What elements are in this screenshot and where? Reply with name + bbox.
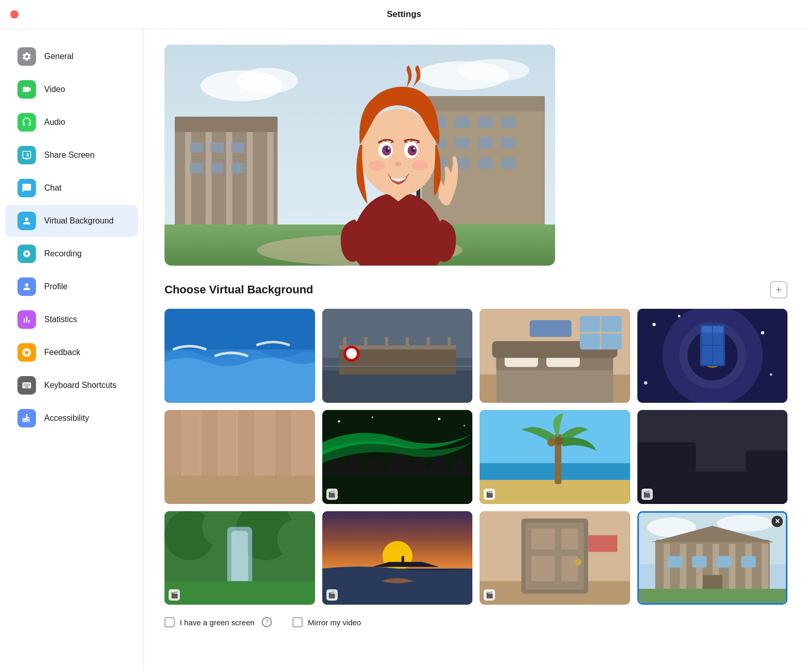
svg-point-52 <box>395 162 401 166</box>
background-thumb-beige[interactable] <box>164 410 315 504</box>
svg-rect-66 <box>427 337 430 349</box>
sidebar-item-audio[interactable]: Audio <box>5 106 138 138</box>
svg-rect-62 <box>343 337 346 349</box>
svg-rect-13 <box>247 132 253 230</box>
statistics-icon <box>17 310 36 329</box>
svg-rect-101 <box>183 410 200 476</box>
background-thumb-bedroom[interactable] <box>480 309 630 403</box>
sidebar-label-chat: Chat <box>44 183 62 193</box>
sidebar-item-general[interactable]: General <box>5 41 138 72</box>
svg-point-2 <box>26 414 27 416</box>
svg-rect-29 <box>478 137 492 148</box>
sidebar-label-statistics: Statistics <box>44 315 77 324</box>
svg-rect-20 <box>231 163 244 173</box>
section-header: Choose Virtual Background <box>164 281 787 298</box>
green-screen-option[interactable]: I have a green screen ? <box>164 617 272 627</box>
add-background-button[interactable] <box>770 281 787 298</box>
sidebar-item-feedback[interactable]: Feedback <box>5 337 138 368</box>
svg-point-119 <box>547 438 556 446</box>
svg-rect-14 <box>267 132 273 230</box>
svg-rect-18 <box>190 163 203 173</box>
green-screen-checkbox[interactable] <box>164 617 175 627</box>
background-thumb-aurora[interactable]: 🎬 <box>322 410 473 504</box>
svg-point-89 <box>644 381 648 385</box>
avatar-svg <box>321 50 475 266</box>
section-title: Choose Virtual Background <box>164 283 313 296</box>
sidebar-label-video: Video <box>44 85 65 94</box>
profile-icon <box>17 277 36 296</box>
background-thumb-dark-room[interactable]: 🎬 <box>637 410 788 504</box>
audio-icon <box>17 113 36 132</box>
sidebar-label-recording: Recording <box>44 249 82 258</box>
svg-rect-134 <box>164 581 315 605</box>
background-thumb-waterfall[interactable]: 🎬 <box>164 511 315 605</box>
sidebar-item-share-screen[interactable]: Share Screen <box>5 139 138 171</box>
video-badge-door: 🎬 <box>484 589 495 601</box>
background-thumb-campus[interactable]: ✕ <box>637 511 788 605</box>
svg-rect-105 <box>256 410 273 476</box>
sidebar-label-keyboard-shortcuts: Keyboard Shortcuts <box>44 381 117 390</box>
svg-rect-25 <box>478 117 492 128</box>
main-layout: General Video Audio <box>0 29 808 670</box>
green-screen-label: I have a green screen <box>180 618 254 627</box>
svg-rect-9 <box>175 117 278 132</box>
svg-point-153 <box>717 515 774 531</box>
avatar-overlay <box>321 50 475 266</box>
sidebar-item-virtual-background[interactable]: Virtual Background <box>5 205 138 237</box>
sidebar-label-share-screen: Share Screen <box>44 151 95 160</box>
help-icon[interactable]: ? <box>262 617 272 627</box>
main-content: Choose Virtual Background <box>144 29 808 670</box>
svg-rect-99 <box>164 476 315 504</box>
svg-rect-30 <box>501 137 516 148</box>
svg-rect-167 <box>639 589 786 604</box>
mirror-video-checkbox[interactable] <box>292 617 303 627</box>
background-thumb-tropical[interactable]: 🎬 <box>480 410 630 504</box>
svg-point-110 <box>338 420 340 423</box>
close-button[interactable] <box>10 10 19 18</box>
svg-rect-162 <box>667 556 682 567</box>
svg-rect-106 <box>275 410 292 476</box>
selected-x-button[interactable]: ✕ <box>772 516 783 527</box>
sidebar-item-keyboard-shortcuts[interactable]: Keyboard Shortcuts <box>5 369 138 401</box>
share-screen-icon <box>17 146 36 164</box>
virtual-background-icon <box>17 212 36 230</box>
svg-rect-159 <box>729 544 736 593</box>
video-badge-sunset: 🎬 <box>326 589 338 601</box>
sidebar-item-video[interactable]: Video <box>5 73 138 105</box>
mirror-video-option[interactable]: Mirror my video <box>292 617 361 627</box>
background-thumb-pier[interactable] <box>322 309 473 403</box>
svg-point-85 <box>652 323 656 326</box>
svg-rect-155 <box>663 544 670 593</box>
background-thumb-tardis[interactable] <box>637 309 788 403</box>
svg-rect-16 <box>211 142 224 153</box>
title-bar: Settings <box>0 0 808 29</box>
sidebar-item-accessibility[interactable]: Accessibility <box>5 402 138 434</box>
sidebar-item-chat[interactable]: Chat <box>5 172 138 204</box>
feedback-icon <box>17 343 36 362</box>
sidebar-label-profile: Profile <box>44 282 67 291</box>
svg-point-86 <box>677 315 680 318</box>
thumbnails-row-2: 🎬 <box>164 410 787 504</box>
sidebar-item-recording[interactable]: Recording <box>5 238 138 270</box>
svg-rect-102 <box>201 410 218 476</box>
svg-point-87 <box>761 331 764 334</box>
svg-rect-145 <box>561 528 578 549</box>
svg-point-68 <box>344 347 358 360</box>
sidebar-item-profile[interactable]: Profile <box>5 271 138 303</box>
svg-rect-33 <box>478 158 492 169</box>
background-thumb-door[interactable]: 🎬 <box>480 511 630 605</box>
svg-rect-163 <box>692 556 707 567</box>
sidebar-label-virtual-background: Virtual Background <box>44 216 114 226</box>
background-thumb-sunset[interactable]: 🎬 <box>322 511 473 605</box>
svg-rect-156 <box>680 544 686 593</box>
svg-point-5 <box>236 68 298 94</box>
chat-icon <box>17 179 36 197</box>
background-thumb-ocean[interactable] <box>164 309 315 403</box>
video-badge-aurora: 🎬 <box>326 489 338 500</box>
sidebar-item-statistics[interactable]: Statistics <box>5 304 138 335</box>
svg-point-120 <box>555 436 563 444</box>
svg-point-50 <box>388 147 390 150</box>
keyboard-icon <box>17 376 36 395</box>
recording-icon <box>17 245 36 263</box>
svg-point-51 <box>413 147 415 150</box>
